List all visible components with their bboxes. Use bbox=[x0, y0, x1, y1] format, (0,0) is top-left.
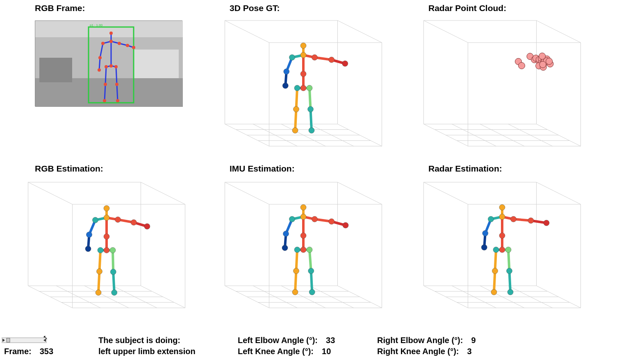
svg-point-69 bbox=[300, 43, 306, 49]
info-bar: Frame: 353 The subject is doing: left up… bbox=[0, 336, 644, 357]
svg-point-76 bbox=[342, 61, 348, 66]
svg-line-17 bbox=[105, 84, 105, 101]
action-line1: The subject is doing: bbox=[98, 336, 225, 345]
svg-point-82 bbox=[307, 85, 312, 91]
svg-point-258 bbox=[481, 244, 487, 250]
action-line2: left upper limb extension bbox=[98, 347, 225, 356]
svg-point-26 bbox=[118, 42, 121, 45]
right-knee-label: Right Knee Angle (°): bbox=[377, 347, 459, 356]
svg-point-158 bbox=[93, 217, 98, 223]
svg-point-163 bbox=[144, 224, 150, 229]
svg-point-267 bbox=[505, 247, 511, 253]
title-rgb-est: RGB Estimation: bbox=[35, 164, 103, 174]
svg-point-209 bbox=[282, 245, 288, 251]
svg-point-210 bbox=[312, 216, 318, 222]
svg-point-70 bbox=[300, 52, 306, 58]
svg-point-264 bbox=[493, 247, 499, 253]
svg-point-218 bbox=[307, 247, 312, 253]
svg-point-30 bbox=[105, 65, 108, 68]
svg-point-217 bbox=[292, 289, 298, 295]
svg-point-257 bbox=[482, 230, 488, 236]
svg-rect-3 bbox=[134, 50, 179, 78]
svg-line-10 bbox=[99, 58, 100, 70]
svg-line-130 bbox=[28, 182, 73, 204]
svg-point-80 bbox=[294, 106, 299, 112]
svg-line-41 bbox=[338, 20, 382, 43]
svg-point-165 bbox=[104, 247, 109, 253]
left-elbow-value: 33 bbox=[326, 336, 335, 345]
svg-point-211 bbox=[329, 219, 335, 224]
svg-line-203 bbox=[309, 250, 311, 271]
frame-value: 353 bbox=[40, 347, 53, 356]
svg-point-207 bbox=[289, 216, 295, 222]
svg-line-155 bbox=[113, 272, 114, 293]
svg-point-23 bbox=[101, 42, 105, 45]
svg-point-24 bbox=[98, 56, 102, 59]
svg-point-215 bbox=[294, 247, 300, 253]
svg-point-213 bbox=[300, 233, 306, 239]
svg-point-169 bbox=[110, 247, 116, 253]
svg-line-251 bbox=[494, 271, 495, 292]
svg-line-250 bbox=[495, 250, 496, 271]
svg-point-164 bbox=[104, 234, 109, 240]
svg-point-266 bbox=[491, 289, 497, 295]
svg-line-154 bbox=[113, 250, 113, 272]
svg-point-261 bbox=[544, 220, 549, 226]
left-knee-value: 10 bbox=[322, 347, 331, 356]
plot-radar-est bbox=[420, 174, 584, 309]
right-elbow-label: Right Elbow Angle (°): bbox=[377, 336, 463, 345]
svg-point-29 bbox=[109, 64, 113, 68]
plot-3d-pose-gt bbox=[221, 12, 385, 147]
svg-point-72 bbox=[284, 69, 289, 75]
svg-line-179 bbox=[225, 182, 269, 204]
title-imu-est: IMU Estimation: bbox=[230, 164, 295, 174]
svg-line-252 bbox=[508, 250, 510, 271]
plot-imu-est bbox=[221, 174, 385, 309]
svg-point-255 bbox=[499, 214, 505, 220]
svg-point-83 bbox=[308, 106, 314, 112]
svg-line-19 bbox=[116, 67, 117, 84]
svg-point-22 bbox=[109, 40, 113, 43]
svg-point-73 bbox=[282, 83, 288, 88]
svg-point-156 bbox=[104, 206, 109, 211]
svg-line-228 bbox=[424, 182, 468, 204]
svg-point-254 bbox=[499, 205, 505, 210]
svg-point-260 bbox=[528, 218, 534, 224]
svg-point-35 bbox=[116, 99, 119, 102]
svg-point-162 bbox=[131, 219, 137, 225]
svg-line-201 bbox=[296, 250, 298, 271]
svg-line-68 bbox=[311, 109, 312, 131]
svg-point-208 bbox=[283, 231, 289, 237]
svg-text:p1 · 1.00: p1 · 1.00 bbox=[90, 23, 103, 27]
svg-rect-4 bbox=[39, 58, 72, 82]
svg-point-21 bbox=[109, 32, 113, 35]
svg-line-16 bbox=[105, 67, 106, 84]
svg-point-27 bbox=[126, 44, 129, 47]
svg-line-177 bbox=[338, 182, 382, 204]
svg-point-118 bbox=[519, 62, 525, 69]
svg-point-265 bbox=[492, 268, 498, 274]
svg-point-157 bbox=[104, 215, 109, 221]
title-radar-pc: Radar Point Cloud: bbox=[428, 3, 506, 13]
svg-point-78 bbox=[300, 85, 306, 91]
svg-point-216 bbox=[294, 268, 299, 274]
left-elbow-label: Left Elbow Angle (°): bbox=[238, 336, 318, 345]
svg-point-167 bbox=[97, 269, 102, 274]
svg-point-34 bbox=[115, 83, 118, 86]
svg-line-152 bbox=[100, 250, 101, 271]
svg-line-92 bbox=[424, 20, 468, 43]
svg-point-160 bbox=[85, 246, 91, 252]
svg-line-43 bbox=[225, 20, 269, 43]
svg-point-161 bbox=[115, 217, 121, 222]
svg-rect-2 bbox=[35, 21, 183, 37]
svg-point-214 bbox=[300, 247, 306, 253]
svg-line-67 bbox=[309, 88, 311, 109]
svg-point-263 bbox=[499, 247, 505, 253]
svg-point-71 bbox=[289, 54, 295, 60]
svg-line-66 bbox=[295, 109, 296, 131]
svg-point-159 bbox=[86, 232, 92, 237]
svg-point-79 bbox=[294, 85, 300, 91]
svg-point-171 bbox=[112, 290, 117, 296]
svg-line-253 bbox=[510, 271, 511, 292]
right-knee-value: 3 bbox=[467, 347, 471, 356]
